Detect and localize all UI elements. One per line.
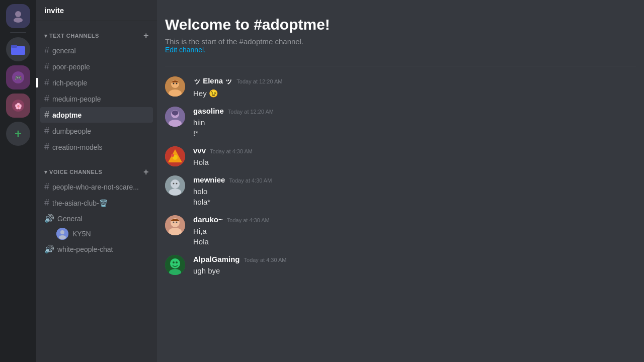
timestamp-alpalgaming: Today at 4:30 AM (244, 257, 287, 263)
voice-channels-label: VOICE CHANNELS (49, 169, 102, 175)
svg-point-27 (176, 183, 178, 185)
message-content-alpalgaming: AlpalGaming Today at 4:30 AM ugh bye (193, 255, 636, 276)
message-header-daruko: daruko~ Today at 4:30 AM (193, 215, 636, 224)
svg-point-24 (171, 179, 180, 189)
voice-channels-section: ▾ VOICE CHANNELS + # people-who-are-not-… (36, 157, 157, 259)
message-content-mewniee: mewniee Today at 4:30 AM holo hola* (193, 175, 636, 207)
message-content-daruko: daruko~ Today at 4:30 AM Hi,a Hola (193, 215, 636, 247)
message-group-mewniee: mewniee Today at 4:30 AM holo hola* (165, 173, 636, 211)
message-header-alpalgaming: AlpalGaming Today at 4:30 AM (193, 255, 636, 263)
channel-item-creation-models[interactable]: # creation-models (40, 139, 153, 155)
svg-point-10 (59, 235, 66, 239)
svg-point-26 (173, 183, 175, 185)
svg-point-31 (173, 222, 175, 223)
server-list: 🎮 🌸 + (0, 0, 36, 362)
voice-channels-arrow: ▾ (44, 169, 49, 175)
username-daruko: daruko~ (193, 215, 223, 224)
channel-name-poor-people: poor-people (52, 63, 90, 71)
svg-point-35 (173, 261, 175, 263)
text-channels-category[interactable]: ▾ TEXT CHANNELS + (40, 29, 153, 42)
edit-channel-link[interactable]: Edit channel. (165, 46, 206, 54)
avatar-alpalgaming (165, 255, 185, 275)
channel-item-dumbpeople[interactable]: # dumbpeople (40, 123, 153, 139)
channel-item-white-people-chat[interactable]: 🔊 white-people-chat (40, 242, 153, 256)
text-channels-section: ▾ TEXT CHANNELS + # general # poor-peopl… (36, 21, 157, 157)
active-indicator (36, 78, 38, 87)
message-header-vvv: vvv Today at 4:30 AM (193, 146, 636, 155)
message-text-gasoline-1: hiin (193, 117, 636, 128)
speaker-icon: 🔊 (44, 214, 54, 223)
timestamp-gasoline: Today at 12:20 AM (228, 109, 274, 115)
svg-point-22 (171, 154, 174, 157)
svg-point-34 (170, 258, 180, 268)
message-text-elena: Hey 😉 (193, 88, 636, 99)
welcome-title: Welcome to #adoptme! (165, 16, 636, 33)
welcome-description: This is the start of the #adoptme channe… (165, 37, 636, 46)
message-text-daruko-2: Hola (193, 236, 636, 247)
channel-name-general-voice: General (57, 215, 83, 223)
avatar-gasoline (165, 107, 185, 127)
server-icon-1[interactable] (6, 4, 30, 28)
add-text-channel-button[interactable]: + (143, 31, 149, 40)
hash-icon: # (44, 142, 49, 152)
channel-name-rich-people: rich-people (52, 79, 87, 87)
hash-icon: # (44, 94, 49, 104)
channel-item-rich-people[interactable]: # rich-people (40, 75, 153, 90)
channel-name-white-people-chat: white-people-chat (57, 245, 113, 253)
voice-member-avatar-ky5n (56, 228, 68, 240)
channel-item-meduim-people[interactable]: # meduim-people (40, 91, 153, 107)
svg-point-0 (15, 11, 21, 17)
message-group-daruko: daruko~ Today at 4:30 AM Hi,a Hola (165, 213, 636, 251)
timestamp-daruko: Today at 4:30 AM (227, 217, 270, 223)
voice-member-name-ky5n: KY5N (72, 230, 91, 238)
text-channels-label: TEXT CHANNELS (49, 33, 99, 39)
chat-area: Welcome to #adoptme! This is the start o… (157, 0, 644, 362)
server-icon-folder[interactable] (6, 37, 30, 61)
channel-item-adoptme[interactable]: # adoptme (40, 107, 153, 123)
username-vvv: vvv (193, 146, 206, 155)
avatar-elena (165, 76, 185, 97)
server-name: invite (44, 6, 64, 15)
svg-point-9 (60, 230, 64, 234)
svg-point-36 (176, 261, 178, 263)
hash-icon: # (44, 110, 49, 120)
channel-item-asian-club[interactable]: # the-asian-club-🗑️ (40, 195, 153, 211)
channel-name-general: general (52, 47, 76, 55)
avatar-daruko (165, 215, 185, 235)
add-server-button[interactable]: + (6, 122, 30, 146)
channel-item-people-not-scared[interactable]: # people-who-are-not-scare... (40, 179, 153, 195)
message-group-vvv: vvv Today at 4:30 AM Hola (165, 144, 636, 171)
message-text-vvv: Hola (193, 157, 636, 167)
svg-text:🎮: 🎮 (15, 74, 22, 81)
hash-icon: # (44, 61, 49, 72)
message-text-mewniee-2: hola* (193, 197, 636, 207)
message-text-gasoline-2: !* (193, 128, 636, 138)
voice-channels-category[interactable]: ▾ VOICE CHANNELS + (40, 165, 153, 178)
svg-point-14 (173, 83, 175, 84)
svg-text:🌸: 🌸 (15, 102, 22, 110)
main-content: Welcome to #adoptme! This is the start o… (157, 0, 644, 362)
username-elena: ッ Elena ッ (193, 76, 232, 86)
channel-name-creation-models: creation-models (52, 143, 103, 151)
timestamp-mewniee: Today at 4:30 AM (229, 177, 272, 184)
timestamp-vvv: Today at 4:30 AM (210, 148, 253, 154)
svg-point-25 (169, 189, 181, 196)
channel-sidebar: invite ▾ TEXT CHANNELS + # general # poo… (36, 0, 157, 362)
avatar-vvv (165, 146, 185, 166)
server-icon-game[interactable]: 🎮 (6, 65, 30, 89)
channel-name-adoptme: adoptme (52, 111, 82, 119)
channel-name-meduim-people: meduim-people (52, 95, 101, 103)
channel-item-general-voice[interactable]: 🔊 General (40, 211, 153, 226)
server-icon-anime[interactable]: 🌸 (6, 94, 30, 118)
message-content-elena: ッ Elena ッ Today at 12:20 AM Hey 😉 (193, 76, 636, 99)
hash-icon: # (44, 45, 49, 56)
voice-member-ky5n[interactable]: KY5N (40, 226, 153, 241)
server-separator (10, 32, 26, 33)
channel-item-general[interactable]: # general (40, 43, 153, 58)
svg-rect-3 (11, 45, 17, 48)
add-voice-channel-button[interactable]: + (143, 167, 149, 176)
channel-item-poor-people[interactable]: # poor-people (40, 59, 153, 74)
speaker-icon-2: 🔊 (44, 244, 54, 254)
message-text-daruko-1: Hi,a (193, 226, 636, 236)
hash-icon: # (44, 182, 49, 192)
